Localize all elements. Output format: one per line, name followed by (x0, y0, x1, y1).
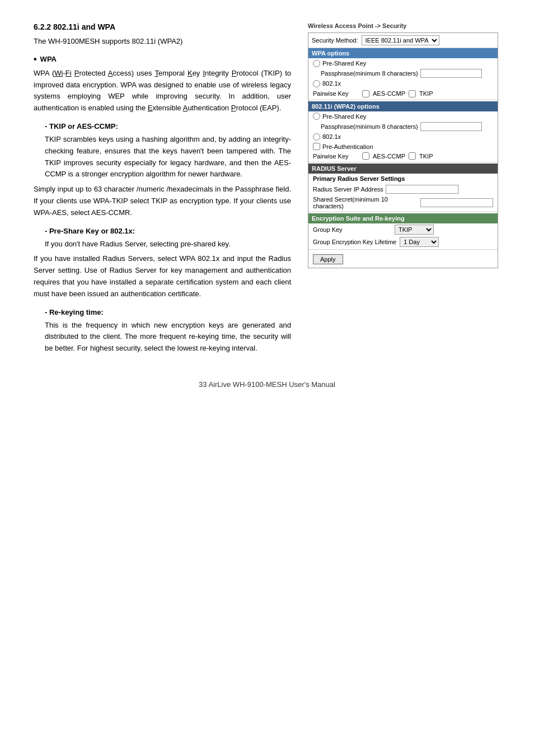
wpa2-preshared-radio-row: Pre-Shared Key (308, 111, 498, 122)
radius-secret-input[interactable] (420, 198, 493, 207)
radius-ip-input[interactable] (386, 185, 458, 194)
wpa2-passphrase-input[interactable] (420, 122, 482, 131)
wpa2-preauth-checkbox[interactable] (313, 143, 320, 150)
wpa2-8021x-label: 802.1x (322, 133, 341, 141)
radius-sub-label: Primary Radius Server Settings (308, 174, 498, 184)
wpa-bullet: WPA (34, 54, 291, 64)
wpa-passphrase-label: Passphrase(minimum 8 characters) (321, 70, 418, 77)
tkip-heading: TKIP or AES-CCMP: (45, 122, 291, 130)
wpa2-preauth-label: Pre-Authentication (322, 143, 373, 150)
divider4 (308, 249, 498, 250)
divider2 (308, 162, 498, 162)
wpa-8021x-radio[interactable] (313, 80, 320, 87)
wpa-8021x-label: 802.1x (322, 80, 341, 87)
security-method-select[interactable]: IEEE 802.11i and WPA (362, 35, 439, 45)
wpa-pairwise-label: Pairwise Key (313, 90, 358, 97)
group-lifetime-select[interactable]: 1 Day 1 Hour 30 Min (400, 237, 439, 247)
wpa2-preshared-label: Pre-Shared Key (322, 113, 366, 120)
radius-secret-label: Shared Secret(minimum 10 characters) (313, 196, 418, 209)
wpa2-preauth-row: Pre-Authentication (308, 142, 498, 151)
rekey-heading: Re-keying time: (45, 308, 291, 316)
wpa2-preshared-radio[interactable] (313, 113, 320, 120)
apply-button[interactable]: Apply (313, 254, 343, 264)
wpa-8021x-radio-row: 802.1x (308, 78, 498, 88)
radius-secret-row: Shared Secret(minimum 10 characters) (308, 195, 498, 211)
wpa2-passphrase-label: Passphrase(minimum 8 characters) (321, 123, 418, 130)
intro-text: The WH-9100MESH supports 802.11i (WPA2) (34, 36, 291, 48)
radius-ip-label: Radius Server IP Address (313, 186, 383, 193)
group-lifetime-label: Group Encryption Key Lifetime (313, 239, 396, 245)
rekey-para: This is the frequency in which new encry… (45, 320, 291, 354)
wpa2-8021x-radio[interactable] (313, 133, 320, 141)
wpa-passphrase-row: Passphrase(minimum 8 characters) (308, 68, 498, 78)
divider1 (308, 100, 498, 100)
group-key-row: Group Key TKIP AES-CCMP (308, 223, 498, 236)
group-key-label: Group Key (313, 226, 391, 233)
radius-section-bar: RADIUS Server (308, 164, 498, 174)
security-panel: Security Method: IEEE 802.11i and WPA WP… (308, 32, 498, 268)
radius-ip-row: Radius Server IP Address (308, 184, 498, 195)
group-lifetime-row: Group Encryption Key Lifetime 1 Day 1 Ho… (308, 236, 498, 248)
security-method-label: Security Method: (312, 37, 358, 44)
wpa-passphrase-input[interactable] (420, 69, 482, 78)
wpa-pairwise-row: Pairwise Key AES-CCMP TKIP (308, 89, 498, 99)
divider3 (308, 212, 498, 212)
page-footer: 33 AirLive WH-9100-MESH User's Manual (34, 380, 500, 389)
wpa2-section-bar: 802.11i (WPA2) options (308, 101, 498, 111)
wpa-description: WPA (Wi-Fi Protected Access) uses Tempor… (34, 68, 291, 114)
wpa2-passphrase-row: Passphrase(minimum 8 characters) (308, 122, 498, 132)
wpa2-aes-checkbox[interactable] (362, 152, 369, 160)
wpa-preshared-radio-row: Pre-Shared Key (308, 58, 498, 68)
group-key-select[interactable]: TKIP AES-CCMP (395, 225, 434, 235)
wpa-section-bar: WPA options (308, 48, 498, 58)
wpa2-aes-label: AES-CCMP (373, 153, 405, 160)
tkip-para2: Simply input up to 63 character /numeric… (34, 184, 291, 218)
wpa-tkip-checkbox[interactable] (409, 90, 416, 97)
wpa-aes-label: AES-CCMP (373, 90, 405, 97)
enc-section-bar: Encryption Suite and Re-keying (308, 213, 498, 223)
wpa2-pairwise-row: Pairwise Key AES-CCMP TKIP (308, 151, 498, 161)
psk-para1: If you don't have Radius Server, selecti… (45, 239, 291, 250)
wpa-aes-checkbox[interactable] (362, 90, 369, 97)
wpa2-8021x-radio-row: 802.1x (308, 132, 498, 142)
wpa2-tkip-label: TKIP (419, 153, 433, 160)
psk-heading: Pre-Share Key or 802.1x: (45, 227, 291, 235)
tkip-para1: TKIP scrambles keys using a hashing algo… (45, 134, 291, 180)
wpa-preshared-radio[interactable] (313, 60, 320, 67)
security-method-row: Security Method: IEEE 802.11i and WPA (308, 33, 498, 48)
panel-title: Wireless Access Point -> Security (308, 22, 498, 29)
wpa-tkip-label: TKIP (419, 90, 433, 97)
section-heading: 6.2.2 802.11i and WPA (34, 22, 291, 31)
wpa2-pairwise-label: Pairwise Key (313, 153, 358, 160)
wpa-preshared-label: Pre-Shared Key (322, 59, 366, 67)
wpa-bullet-label: WPA (40, 55, 57, 63)
wpa2-tkip-checkbox[interactable] (409, 152, 416, 160)
psk-para2: If you have installed Radius Servers, se… (34, 253, 291, 300)
